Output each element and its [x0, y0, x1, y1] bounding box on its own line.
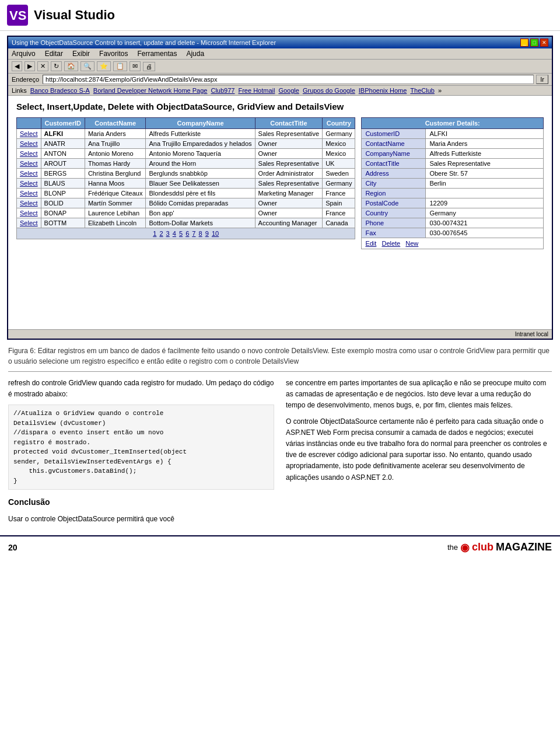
select-link-bolid[interactable]: Select: [20, 200, 38, 207]
select-link-anatr[interactable]: Select: [20, 140, 38, 147]
select-link-arout[interactable]: Select: [20, 160, 38, 167]
pager-6[interactable]: 6: [186, 230, 189, 237]
select-link-anton[interactable]: Select: [20, 150, 38, 157]
details-row-region: Region: [362, 189, 544, 198]
cell-contact: Laurence Lebihan: [85, 208, 146, 218]
cell-contact: Ana Trujillo: [85, 139, 146, 149]
field-value-country: Germany: [426, 208, 544, 218]
select-link-bergs[interactable]: Select: [20, 170, 38, 177]
forward-button[interactable]: ▶: [24, 61, 35, 71]
table-row: Select BLAUS Hanna Moos Blauer See Delik…: [17, 179, 355, 189]
browser-window: Using the ObjectDataSource Control to in…: [7, 36, 553, 340]
footer-page-number: 20: [8, 543, 18, 552]
link-google[interactable]: Google: [278, 87, 299, 94]
pager-9[interactable]: 9: [205, 230, 209, 237]
vs-logo-icon: VS: [7, 5, 28, 26]
browser-titlebar: Using the ObjectDataSource Control to in…: [8, 37, 552, 48]
mail-button[interactable]: ✉: [130, 61, 141, 71]
refresh-button[interactable]: ↻: [51, 61, 62, 71]
menu-ferramentas[interactable]: Ferramentas: [137, 50, 177, 58]
cell-country: France: [323, 189, 355, 198]
cell-id: BOLID: [41, 198, 85, 208]
maximize-button[interactable]: □: [530, 39, 538, 47]
pager-7[interactable]: 7: [192, 230, 195, 237]
pager-1[interactable]: 1: [153, 230, 156, 237]
table-row: Select ANTON Antonio Moreno Antonio More…: [17, 149, 355, 159]
address-input[interactable]: [43, 75, 534, 84]
field-value-contactname: Maria Anders: [426, 139, 544, 149]
menu-exibir[interactable]: Exibir: [72, 50, 90, 58]
cell-contact: Antonio Moreno: [85, 149, 146, 159]
address-label: Endereço: [12, 76, 39, 83]
field-name-contacttitle: ContactTitle: [362, 159, 426, 169]
cell-contact: Elizabeth Lincoln: [85, 218, 146, 228]
field-value-phone: 030-0074321: [426, 218, 544, 228]
stop-button[interactable]: ✕: [37, 61, 48, 71]
link-club977[interactable]: Club977: [211, 87, 235, 94]
table-row: Select BERGS Christina Berglund Berglund…: [17, 169, 355, 179]
field-value-city: Berlin: [426, 179, 544, 189]
pager-10[interactable]: 10: [212, 230, 219, 237]
cell-title: Owner: [255, 208, 323, 218]
table-row: Select BOTTM Elizabeth Lincoln Bottom-Do…: [17, 218, 355, 228]
menu-editar[interactable]: Editar: [45, 50, 63, 58]
link-grupos-google[interactable]: Grupos do Google: [303, 87, 355, 94]
cell-contact: Christina Berglund: [85, 169, 146, 179]
select-link-blaus[interactable]: Select: [20, 180, 38, 187]
favorites-button[interactable]: ⭐: [97, 61, 111, 71]
cell-country: Mexico: [323, 139, 355, 149]
link-ibphoenix[interactable]: IBPhoenix Home: [359, 87, 407, 94]
history-button[interactable]: 📋: [113, 61, 127, 71]
cell-id: BLAUS: [41, 179, 85, 189]
pager-3[interactable]: 3: [166, 230, 170, 237]
link-theclub[interactable]: TheClub: [410, 87, 435, 94]
conclusion-heading: Conclusão: [8, 496, 274, 508]
menu-ajuda[interactable]: Ajuda: [186, 50, 204, 58]
details-row-postalcode: PostalCode 12209: [362, 198, 544, 208]
home-button[interactable]: 🏠: [64, 61, 78, 71]
cell-company: Berglunds snabbköp: [146, 169, 255, 179]
link-borland[interactable]: Borland Developer Network Home Page: [93, 87, 208, 94]
details-row-companyname: CompanyName Alfreds Futterkiste: [362, 149, 544, 159]
edit-link[interactable]: Edit: [365, 240, 376, 247]
print-button[interactable]: 🖨: [143, 62, 155, 71]
select-link-alfki[interactable]: Select: [20, 130, 38, 137]
back-button[interactable]: ◀: [12, 61, 22, 71]
pager-2[interactable]: 2: [159, 230, 163, 237]
footer-logo-the: the: [447, 543, 458, 552]
pager-5[interactable]: 5: [179, 230, 183, 237]
details-row-address: Address Obere Str. 57: [362, 169, 544, 179]
table-row: Select ALFKI Maria Anders Alfreds Futter…: [17, 129, 355, 139]
select-link-bonap[interactable]: Select: [20, 210, 38, 217]
gridview-table: CustomerID ContactName CompanyName Conta…: [16, 117, 355, 228]
close-button[interactable]: ✕: [540, 39, 548, 47]
field-value-address: Obere Str. 57: [426, 169, 544, 179]
select-link-bottm[interactable]: Select: [20, 219, 38, 226]
link-hotmail[interactable]: Free Hotmail: [238, 87, 275, 94]
cell-title: Owner: [255, 149, 323, 159]
go-button[interactable]: Ir: [536, 75, 548, 84]
field-value-region: [426, 189, 544, 198]
cell-country: UK: [323, 159, 355, 169]
grid-header-empty: [17, 118, 41, 129]
new-link[interactable]: New: [405, 240, 418, 247]
cell-title: Sales Representative: [255, 129, 323, 139]
delete-link[interactable]: Delete: [382, 240, 400, 247]
pager-8[interactable]: 8: [199, 230, 202, 237]
minimize-button[interactable]: _: [520, 39, 528, 47]
cell-id: ANATR: [41, 139, 85, 149]
links-more-icon[interactable]: »: [438, 87, 442, 94]
field-value-customerid: ALFKI: [426, 129, 544, 139]
search-button[interactable]: 🔍: [80, 61, 94, 71]
pager-4[interactable]: 4: [173, 230, 176, 237]
select-link-blonp[interactable]: Select: [20, 190, 38, 197]
menu-arquivo[interactable]: Arquivo: [12, 50, 36, 58]
menu-favoritos[interactable]: Favoritos: [99, 50, 128, 58]
cell-country: Sweden: [323, 169, 355, 179]
details-row-contactname: ContactName Maria Anders: [362, 139, 544, 149]
cell-company: Bottom-Dollar Markets: [146, 218, 255, 228]
grid-header-contactname: ContactName: [85, 118, 146, 129]
link-bradesco[interactable]: Banco Bradesco S-A: [30, 87, 90, 94]
article-left-col: refresh do controle GridView quando cada…: [8, 378, 274, 529]
status-text: Intranet local: [515, 331, 548, 337]
